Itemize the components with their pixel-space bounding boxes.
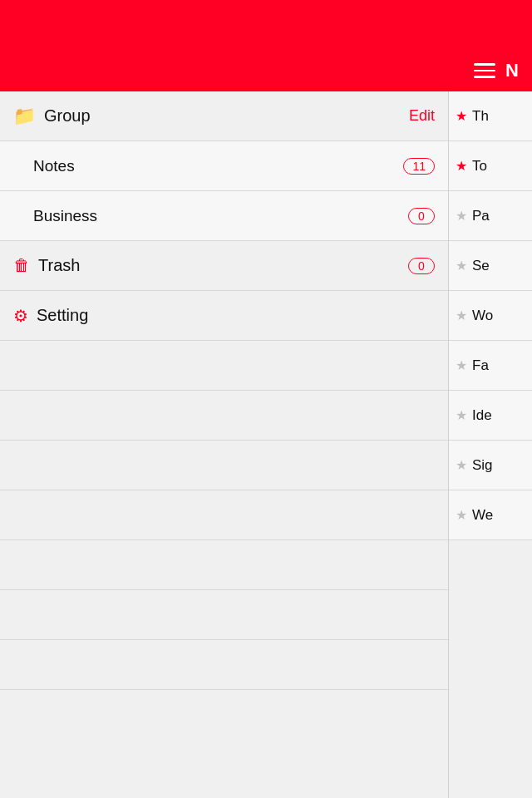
main-layout: 📁 Group Edit Notes 11 Business 0 🗑 Trash… — [0, 91, 532, 798]
right-item-7[interactable]: ★Sig — [449, 441, 532, 490]
star-empty-icon: ★ — [456, 208, 467, 224]
group-header-left: 📁 Group — [13, 106, 91, 127]
right-item-8[interactable]: ★We — [449, 490, 532, 540]
trash-badge: 0 — [408, 258, 435, 274]
business-badge: 0 — [408, 208, 435, 224]
right-item-text-3: Se — [472, 258, 490, 274]
empty-row-1 — [0, 341, 448, 391]
empty-row-7 — [0, 640, 448, 690]
right-item-text-8: We — [472, 507, 493, 524]
folder-icon: 📁 — [13, 106, 36, 127]
empty-row-4 — [0, 490, 448, 540]
right-item-3[interactable]: ★Se — [449, 241, 532, 291]
star-empty-icon: ★ — [456, 357, 467, 373]
right-item-6[interactable]: ★Ide — [449, 391, 532, 441]
list-item-business[interactable]: Business 0 — [0, 191, 448, 241]
trash-icon: 🗑 — [13, 256, 30, 275]
header-title: N — [505, 60, 519, 81]
list-item-notes[interactable]: Notes 11 — [0, 141, 448, 191]
app-header: N — [0, 0, 532, 91]
empty-row-6 — [0, 590, 448, 640]
edit-button[interactable]: Edit — [409, 107, 435, 125]
empty-row-5 — [0, 540, 448, 590]
notes-label: Notes — [33, 157, 75, 175]
right-item-text-7: Sig — [472, 457, 493, 474]
right-item-text-1: To — [472, 158, 487, 175]
empty-row-2 — [0, 391, 448, 441]
right-item-0[interactable]: ★Th — [449, 91, 532, 141]
notes-badge: 11 — [403, 158, 435, 175]
right-item-text-6: Ide — [472, 407, 492, 424]
right-item-2[interactable]: ★Pa — [449, 191, 532, 241]
setting-label: Setting — [37, 306, 88, 325]
left-panel: 📁 Group Edit Notes 11 Business 0 🗑 Trash… — [0, 91, 449, 798]
right-item-text-4: Wo — [472, 308, 493, 324]
right-item-text-2: Pa — [472, 208, 490, 224]
header-right-controls: N — [474, 60, 519, 81]
menu-icon[interactable] — [474, 63, 495, 78]
star-empty-icon: ★ — [456, 457, 467, 473]
setting-row[interactable]: ⚙ Setting — [0, 291, 448, 341]
group-header-row: 📁 Group Edit — [0, 91, 448, 141]
business-label: Business — [33, 207, 97, 225]
right-item-5[interactable]: ★Fa — [449, 341, 532, 391]
trash-label: Trash — [38, 256, 80, 275]
trash-row-left: 🗑 Trash — [13, 256, 80, 275]
star-empty-icon: ★ — [456, 507, 467, 523]
right-item-text-0: Th — [472, 108, 489, 125]
star-empty-icon: ★ — [456, 308, 467, 323]
group-label: Group — [44, 106, 91, 126]
right-item-4[interactable]: ★Wo — [449, 291, 532, 341]
gear-icon: ⚙ — [13, 306, 28, 326]
right-item-1[interactable]: ★To — [449, 141, 532, 191]
star-empty-icon: ★ — [456, 407, 467, 423]
right-panel: ★Th★To★Pa★Se★Wo★Fa★Ide★Sig★We — [449, 91, 532, 798]
star-filled-icon: ★ — [456, 108, 467, 124]
right-item-text-5: Fa — [472, 357, 489, 374]
empty-row-3 — [0, 441, 448, 490]
star-filled-icon: ★ — [456, 158, 467, 174]
star-empty-icon: ★ — [456, 258, 467, 273]
trash-row[interactable]: 🗑 Trash 0 — [0, 241, 448, 291]
